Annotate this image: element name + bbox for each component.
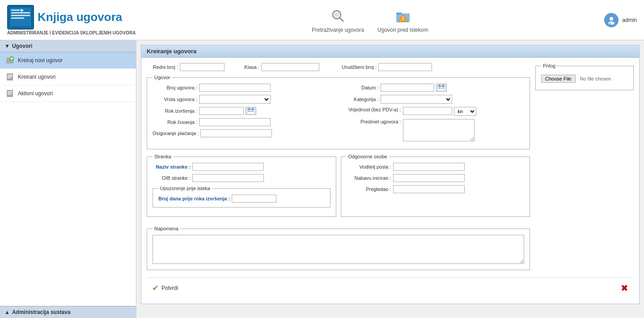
naziv-stranke-label: Naziv stranke :	[153, 164, 191, 170]
napomena-textarea[interactable]	[153, 235, 524, 264]
svg-rect-22	[7, 73, 13, 81]
check-icon: ✔	[152, 283, 159, 293]
stranka-fieldset: Stranka Naziv stranke : OIB stranke :	[147, 154, 336, 217]
redni-broj-input[interactable]	[180, 63, 225, 71]
main-layout: ▼ Ugovori Kreiraj novi ugovor	[0, 40, 644, 318]
sidebar-item-aktivni-label: Aktivni ugovori	[18, 90, 53, 97]
svg-text:!: !	[402, 16, 404, 21]
upozorenje-fieldset: Upozorenje prije isteka Broj dana prije …	[153, 186, 330, 208]
user-area: i admin	[604, 13, 637, 27]
naziv-stranke-input[interactable]	[192, 163, 264, 171]
svg-line-7	[340, 18, 343, 21]
kategorija-select[interactable]	[381, 95, 452, 104]
content-area: Kreiranje ugovora Redni broj : Klasa :	[136, 40, 644, 318]
oib-label: OIB stranke :	[153, 175, 191, 181]
svg-rect-28	[8, 93, 12, 93]
rok-izvrsenja-input[interactable]	[199, 107, 244, 115]
napomena-fieldset: Napomena	[147, 226, 530, 270]
svg-rect-43	[443, 88, 444, 89]
potvrdi-button[interactable]: ✔ Potvrdi	[152, 280, 178, 296]
svg-rect-26	[7, 90, 13, 97]
logo-subtitle: ADMINISTRIRANJE I EVIDENCIJA SKLOPLJENIH…	[7, 30, 136, 35]
pregledao-label: Pregledao :	[347, 187, 391, 192]
odgovorne-legend: Odgovorne osobe	[347, 154, 389, 159]
svg-rect-35	[250, 111, 252, 112]
sidebar-item-aktivni[interactable]: Aktivni ugovori	[0, 85, 136, 102]
sidebar-item-kreiraj-novi[interactable]: Kreiraj novi ugovor	[0, 52, 136, 69]
sidebar-administracija[interactable]: ▲ Administracija sustava	[0, 306, 136, 318]
svg-rect-1	[11, 9, 20, 11]
form-title: Kreiranje ugovora	[147, 48, 196, 55]
currency-select[interactable]: kn EUR USD	[454, 107, 476, 116]
datum-input[interactable]	[381, 84, 434, 92]
sidebar: ▼ Ugovori Kreiraj novi ugovor	[0, 40, 136, 318]
nav-pred-istekom-label: Ugovori pred istekom	[377, 27, 428, 33]
predmet-textarea[interactable]	[403, 119, 475, 141]
warning-icon: !	[394, 7, 412, 25]
stranka-legend: Stranka	[153, 154, 173, 159]
chevron-down-icon: ▼	[4, 43, 10, 49]
sidebar-section-label: Ugovori	[12, 43, 32, 49]
nabavu-input[interactable]	[393, 174, 465, 182]
svg-rect-4	[11, 17, 24, 19]
klasa-label: Klasa :	[242, 64, 259, 70]
voditelj-input[interactable]	[393, 163, 465, 171]
svg-rect-38	[438, 87, 445, 91]
form-panel: Kreiranje ugovora Redni broj : Klasa :	[141, 45, 640, 304]
nav-area: Pretraživanje ugovora ! Ugovori pred ist…	[136, 7, 604, 33]
svg-point-14	[610, 17, 613, 21]
datum-label: Datum :	[343, 85, 379, 90]
logo-wrapper: Knjiga ugovora ADMINISTRIRANJE I EVIDENC…	[7, 5, 136, 35]
osiguranje-input[interactable]	[200, 129, 272, 137]
broj-ugovora-label: Broj ugovora :	[153, 85, 197, 90]
sidebar-section-ugovori[interactable]: ▼ Ugovori	[0, 40, 136, 52]
nav-pred-istekom[interactable]: ! Ugovori pred istekom	[377, 7, 428, 33]
sidebar-item-kreirani[interactable]: Kreirani ugovori	[0, 69, 136, 85]
document-icon	[5, 72, 14, 81]
rok-cuvanja-input[interactable]	[199, 118, 271, 126]
sidebar-item-kreirani-label: Kreirani ugovori	[18, 74, 55, 80]
svg-rect-24	[8, 76, 12, 77]
broj-ugovora-input[interactable]	[199, 84, 271, 92]
user-avatar: i	[604, 13, 619, 27]
datum-calendar[interactable]	[436, 84, 447, 92]
close-button[interactable]: ✖	[621, 283, 628, 293]
header: Knjiga ugovora ADMINISTRIRANJE I EVIDENC…	[0, 0, 644, 40]
prilog-legend: Prilog	[541, 63, 557, 68]
broj-dana-input[interactable]	[232, 195, 276, 203]
voditelj-label: Voditelj posla :	[347, 164, 391, 170]
svg-rect-36	[252, 111, 254, 112]
add-icon	[5, 56, 14, 65]
nav-pretrazi[interactable]: Pretraživanje ugovora	[312, 7, 364, 33]
svg-rect-31	[247, 110, 254, 114]
nav-pretrazi-label: Pretraživanje ugovora	[312, 27, 364, 33]
svg-rect-25	[8, 77, 11, 78]
rok-izvrsenja-calendar[interactable]	[246, 107, 256, 115]
oib-input[interactable]	[192, 174, 264, 182]
vrijednost-input[interactable]	[403, 107, 452, 115]
form-panel-body: Redni broj : Klasa : Urudžbeni broj : Ug…	[141, 58, 639, 304]
upozorenje-legend: Upozorenje prije isteka	[158, 186, 212, 191]
potvrdi-label: Potvrdi	[161, 285, 178, 291]
urudzbeni-label: Urudžbeni broj :	[336, 64, 377, 70]
ugovor-legend: Ugovor	[153, 75, 172, 80]
urudzbeni-input[interactable]	[378, 63, 432, 71]
redni-broj-label: Redni broj :	[147, 64, 178, 70]
svg-rect-27	[8, 91, 12, 92]
vrijednost-label: Vrijednost (bez PDV-a) :	[343, 107, 401, 112]
broj-dana-label: Broj dana prije roka izvršenja :	[158, 195, 230, 202]
sidebar-footer-label: Administracija sustava	[12, 309, 71, 315]
svg-rect-3	[11, 15, 30, 16]
osiguranje-label: Osiguranje plaćanja :	[153, 131, 199, 136]
no-file-text: No file chosen	[580, 76, 611, 81]
vrsta-ugovora-select[interactable]	[199, 95, 271, 104]
rok-cuvanja-label: Rok čuvanja :	[153, 119, 197, 125]
svg-rect-34	[248, 111, 250, 112]
chevron-right-icon: ▲	[4, 309, 10, 315]
nabavu-label: Nabavu inicirao :	[347, 175, 391, 181]
klasa-input[interactable]	[261, 63, 319, 71]
choose-file-button[interactable]: Choose File	[541, 75, 576, 83]
napomena-legend: Napomena	[153, 226, 180, 231]
logo-title: Knjiga ugovora	[38, 10, 122, 24]
pregledao-input[interactable]	[393, 185, 465, 193]
